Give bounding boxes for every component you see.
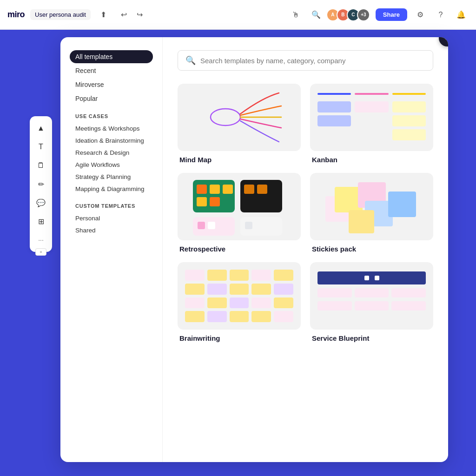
- svg-rect-9: [257, 185, 267, 194]
- sidebar-research[interactable]: Research & Design: [70, 147, 153, 159]
- template-modal: × All templates Recent Miroverse Popular…: [60, 37, 448, 462]
- undo-button[interactable]: ↩: [117, 7, 132, 22]
- brainwriting-thumbnail: [178, 262, 301, 330]
- sidebar-personal[interactable]: Personal: [70, 212, 153, 224]
- svg-rect-8: [244, 185, 254, 194]
- template-card-mindmap[interactable]: Mind Map: [178, 84, 301, 164]
- retro-name: Retrospective: [178, 245, 301, 253]
- svg-rect-14: [245, 222, 252, 229]
- service-thumbnail: [310, 262, 433, 330]
- top-bar: miro User persona audit ⬆ ↩ ↪ 🖱 🔍 A B C …: [0, 0, 476, 30]
- miro-logo: miro: [7, 10, 25, 20]
- sticky-tool[interactable]: 🗒: [33, 157, 49, 174]
- use-cases-label: USE CASES: [75, 113, 153, 119]
- svg-rect-4: [197, 197, 207, 206]
- svg-rect-5: [210, 197, 220, 206]
- svg-rect-19: [388, 192, 416, 217]
- sidebar-popular[interactable]: Popular: [70, 92, 153, 105]
- template-card-brainwriting[interactable]: Brainwriting: [178, 262, 301, 342]
- search-icon: 🔍: [185, 55, 196, 66]
- search-bar[interactable]: 🔍: [178, 50, 433, 71]
- avatar-group: A B C +3: [329, 8, 370, 21]
- share-button[interactable]: Share: [376, 8, 407, 21]
- search-input[interactable]: [200, 57, 425, 65]
- template-content: 🔍 Mind Ma: [163, 37, 448, 462]
- custom-templates-label: CUSTOM TEMPLATES: [75, 203, 153, 209]
- sidebar-meetings[interactable]: Meetings & Workshops: [70, 123, 153, 134]
- svg-rect-6: [223, 185, 233, 194]
- sidebar-strategy[interactable]: Strategy & Planning: [70, 171, 153, 183]
- more-tools[interactable]: ···: [33, 231, 49, 248]
- template-grid: Mind Map: [178, 84, 433, 342]
- brainwriting-name: Brainwriting: [178, 334, 301, 342]
- avatar-plus: +3: [357, 8, 370, 21]
- kanban-thumbnail: [310, 84, 433, 151]
- svg-rect-20: [349, 210, 374, 233]
- template-card-retro[interactable]: Retrospective: [178, 173, 301, 253]
- svg-rect-11: [198, 222, 205, 229]
- sidebar-mapping[interactable]: Mapping & Diagramming: [70, 183, 153, 195]
- mindmap-name: Mind Map: [178, 156, 301, 164]
- help-icon[interactable]: ?: [433, 7, 448, 22]
- stickies-svg: [316, 173, 428, 240]
- frame-tool[interactable]: ⊞: [33, 213, 49, 230]
- export-icon[interactable]: ⬆: [96, 7, 111, 22]
- pen-tool[interactable]: ✏: [33, 176, 49, 192]
- notification-icon[interactable]: 🔔: [454, 7, 469, 22]
- sidebar-agile[interactable]: Agile Workflows: [70, 159, 153, 171]
- left-tool-panel: ▲ T 🗒 ✏ 💬 ⊞ ··· »: [30, 116, 52, 252]
- svg-rect-3: [210, 185, 220, 194]
- svg-rect-2: [197, 185, 207, 194]
- service-name: Service Blueprint: [310, 334, 433, 342]
- text-tool[interactable]: T: [33, 139, 49, 155]
- cursor-tool[interactable]: ▲: [33, 120, 49, 137]
- template-card-stickies[interactable]: Stickies pack: [310, 173, 433, 253]
- sidebar-recent[interactable]: Recent: [70, 64, 153, 77]
- sidebar-miroverse[interactable]: Miroverse: [70, 78, 153, 91]
- mindmap-svg: [184, 84, 295, 151]
- stickies-name: Stickies pack: [310, 245, 433, 253]
- stickies-thumbnail: [310, 173, 433, 240]
- kanban-name: Kanban: [310, 156, 433, 164]
- undo-redo-group: ↩ ↪: [117, 7, 147, 22]
- zoom-icon[interactable]: 🔍: [309, 7, 324, 22]
- mindmap-thumbnail: [178, 84, 301, 151]
- sidebar-all-templates[interactable]: All templates: [70, 50, 153, 63]
- retro-thumbnail: [178, 173, 301, 240]
- template-card-kanban[interactable]: Kanban: [310, 84, 433, 164]
- comment-tool[interactable]: 💬: [33, 194, 49, 211]
- settings-icon[interactable]: ⚙: [413, 7, 428, 22]
- retro-svg: [184, 173, 295, 240]
- cursor-icon[interactable]: 🖱: [288, 7, 303, 22]
- redo-button[interactable]: ↪: [132, 7, 147, 22]
- sidebar-shared[interactable]: Shared: [70, 225, 153, 236]
- board-title[interactable]: User persona audit: [30, 9, 91, 20]
- expand-panel-button[interactable]: »: [35, 248, 46, 256]
- template-sidebar: All templates Recent Miroverse Popular U…: [60, 37, 163, 462]
- template-card-service[interactable]: Service Blueprint: [310, 262, 433, 342]
- svg-point-0: [211, 109, 240, 126]
- svg-rect-12: [208, 222, 215, 229]
- sidebar-ideation[interactable]: Ideation & Brainstorming: [70, 135, 153, 146]
